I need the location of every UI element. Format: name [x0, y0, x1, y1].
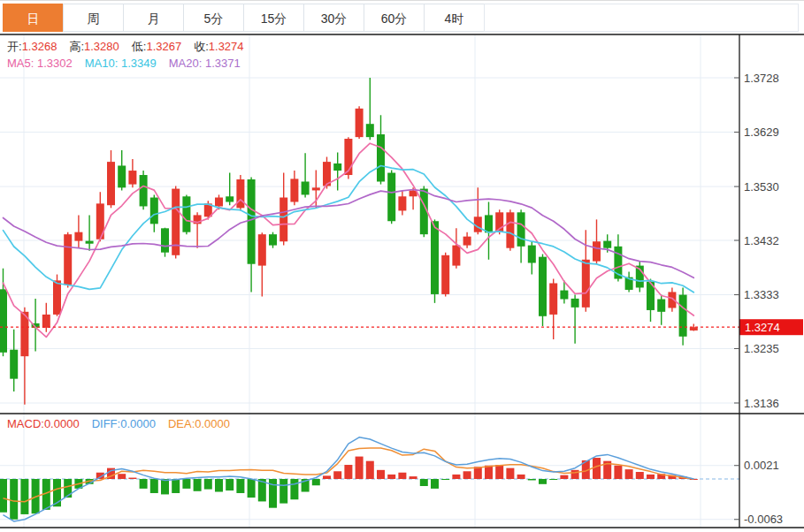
- candle-body: [107, 162, 115, 205]
- candle-body: [485, 215, 493, 232]
- candle-body: [64, 234, 72, 285]
- macd-bar: [410, 476, 417, 479]
- macd-bar: [560, 475, 568, 479]
- candle-body: [356, 109, 364, 137]
- ma5-value: 1.3302: [37, 57, 73, 70]
- candlestick-chart-canvas[interactable]: 1.32741.37281.36291.35301.34321.33331.32…: [0, 34, 804, 532]
- macd-bar: [128, 478, 136, 479]
- macd-bar: [194, 479, 202, 491]
- macd-bar: [593, 458, 601, 479]
- macd-bar: [356, 457, 364, 479]
- candle-body: [269, 234, 277, 245]
- macd-bar: [387, 475, 395, 479]
- macd-bar: [517, 475, 525, 479]
- macd-bar: [323, 475, 331, 479]
- candle-body: [452, 246, 460, 266]
- low-value: 1.3267: [146, 40, 181, 53]
- macd-bar: [452, 475, 460, 479]
- macd-bar: [226, 479, 234, 490]
- candle-body: [0, 289, 7, 352]
- price-axis-tick: 1.3728: [744, 72, 779, 85]
- macd-bar: [614, 466, 622, 479]
- timeframe-tabbar: 日周月5分15分30分60分4时: [0, 0, 804, 34]
- kline-chart-window: 日周月5分15分30分60分4时 开:1.3268高:1.3280低:1.326…: [0, 0, 804, 532]
- macd-bar: [140, 479, 148, 489]
- candle-body: [377, 134, 385, 181]
- macd-value: 0.0000: [44, 417, 80, 430]
- candle-body: [603, 241, 611, 248]
- candle-body: [290, 179, 298, 201]
- macd-bar: [150, 479, 158, 493]
- price-axis-tick: 1.3136: [744, 397, 779, 410]
- open-value: 1.3268: [22, 40, 57, 53]
- ma20-line: [4, 190, 694, 278]
- tab-timeframe-6[interactable]: 60分: [364, 4, 425, 32]
- macd-bar: [344, 465, 352, 479]
- macd-bar: [333, 471, 341, 479]
- candle-body: [679, 295, 687, 337]
- candle-body: [549, 283, 557, 314]
- macd-bar: [172, 479, 180, 493]
- candle-body: [560, 291, 568, 300]
- price-axis-tick: 1.3333: [744, 288, 779, 301]
- candle-body: [582, 260, 590, 308]
- candle-body: [74, 232, 82, 241]
- macd-label: MACD:: [7, 417, 44, 430]
- candle-body: [226, 196, 234, 201]
- candle-body: [366, 124, 374, 137]
- diff-label: DIFF:: [92, 417, 121, 430]
- price-axis-tick: 1.3432: [744, 234, 779, 247]
- macd-bar: [20, 479, 28, 514]
- candle-body: [118, 165, 126, 187]
- candle-body: [236, 179, 244, 208]
- candle-body: [10, 350, 18, 379]
- tab-timeframe-7[interactable]: 4时: [424, 4, 485, 32]
- macd-bar: [636, 472, 644, 479]
- tab-timeframe-5[interactable]: 30分: [303, 4, 364, 32]
- ma10-label: MA10:: [85, 57, 119, 70]
- tab-timeframe-4[interactable]: 15分: [243, 4, 304, 32]
- macd-bar: [161, 479, 169, 494]
- candle-body: [387, 173, 395, 222]
- macd-bar: [549, 479, 557, 480]
- candle-body: [398, 196, 406, 210]
- macd-bar: [236, 479, 244, 493]
- close-label: 收:: [194, 40, 209, 53]
- ma10-value: 1.3349: [121, 57, 157, 70]
- macd-bar: [474, 467, 482, 479]
- macd-bar: [625, 469, 633, 479]
- ohlc-readout: 开:1.3268高:1.3280低:1.3267收:1.3274: [7, 39, 244, 55]
- macd-bar: [10, 479, 18, 520]
- macd-bar: [377, 470, 385, 479]
- candle-body: [539, 257, 547, 316]
- macd-bar: [539, 479, 547, 484]
- dea-value: 0.0000: [195, 417, 230, 430]
- tab-timeframe-2[interactable]: 月: [123, 4, 184, 32]
- macd-bar: [279, 479, 287, 504]
- macd-bar: [506, 468, 514, 479]
- candle-body: [150, 198, 158, 224]
- open-label: 开:: [7, 40, 22, 53]
- dea-label: DEA:: [168, 417, 195, 430]
- tab-timeframe-3[interactable]: 5分: [183, 4, 244, 32]
- ma10-line: [4, 166, 694, 293]
- macd-axis-tick: 0.0021: [744, 459, 779, 472]
- axis-layer: 1.37281.36291.35301.34321.33331.32351.31…: [0, 34, 804, 528]
- tab-timeframe-1[interactable]: 周: [63, 4, 124, 32]
- ma5-label: MA5:: [7, 57, 34, 70]
- close-value: 1.3274: [209, 40, 244, 53]
- candle-body: [657, 300, 665, 312]
- high-label: 高:: [69, 40, 84, 53]
- macd-bar: [0, 479, 7, 513]
- candle-body: [215, 198, 223, 207]
- candle-body: [333, 163, 341, 171]
- candle-body: [248, 179, 256, 264]
- ma20-label: MA20:: [169, 57, 203, 70]
- macd-bar: [64, 479, 72, 498]
- macd-bar: [420, 479, 428, 486]
- candle-body: [506, 212, 514, 247]
- tab-timeframe-0[interactable]: 日: [3, 4, 64, 32]
- candle-body: [463, 237, 471, 246]
- candle-body: [258, 234, 266, 265]
- price-axis-tick: 1.3235: [744, 342, 779, 355]
